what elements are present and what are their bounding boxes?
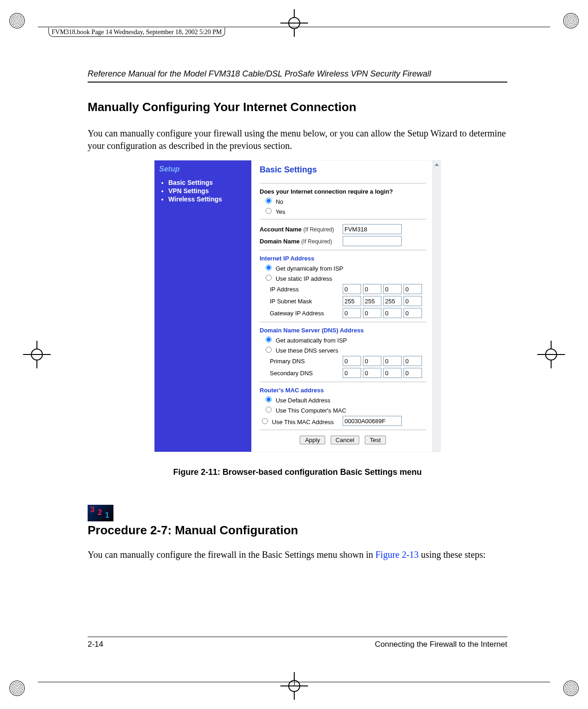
- scroll-up-icon: [434, 163, 439, 166]
- gateway-ip-label: Gateway IP Address: [260, 310, 343, 317]
- ip-static-option[interactable]: Use static IP address: [263, 273, 426, 282]
- setup-sidebar: Setup Basic Settings VPN Settings Wirele…: [154, 160, 251, 452]
- crop-mark: [280, 672, 308, 700]
- mac-default-radio[interactable]: [266, 396, 272, 402]
- secondary-dns-octet-4[interactable]: [404, 368, 422, 378]
- gateway-ip-octet-1[interactable]: [343, 308, 361, 318]
- ip-dynamic-label: Get dynamically from ISP: [276, 265, 344, 272]
- sidebar-item-wireless-settings[interactable]: Wireless Settings: [168, 195, 248, 203]
- mac-section-title: Router's MAC address: [260, 387, 426, 394]
- login-no-radio[interactable]: [266, 198, 272, 204]
- primary-dns-octet-1[interactable]: [343, 356, 361, 366]
- mac-default-label: Use Default Address: [276, 397, 331, 404]
- ip-subnet-label: IP Subnet Mask: [260, 298, 343, 305]
- footer-page-number: 2-14: [88, 640, 103, 649]
- procedure-title: Procedure 2-7: Manual Configuration: [88, 523, 507, 538]
- mac-this-pc-option[interactable]: Use This Computer's MAC: [263, 405, 426, 414]
- print-meta: FVM318.book Page 14 Wednesday, September…: [48, 28, 225, 37]
- primary-dns-octet-3[interactable]: [383, 356, 402, 366]
- crop-mark: [537, 341, 565, 368]
- registration-mark: [563, 680, 579, 696]
- registration-mark: [563, 13, 579, 29]
- domain-name-note: (If Required): [301, 238, 332, 245]
- procedure-icon: 321: [88, 505, 113, 521]
- dns-auto-label: Get automatically from ISP: [276, 337, 347, 344]
- mac-this-pc-label: Use This Computer's MAC: [276, 407, 346, 414]
- intro-paragraph: You can manually configure your firewall…: [88, 127, 507, 152]
- secondary-dns-octet-3[interactable]: [383, 368, 402, 378]
- settings-main: Basic Settings Does your Internet connec…: [251, 160, 433, 452]
- domain-name-label: Domain Name: [260, 238, 300, 245]
- account-name-input[interactable]: [343, 224, 402, 234]
- ip-address-octet-2[interactable]: [363, 284, 381, 294]
- login-yes-radio[interactable]: [266, 208, 272, 214]
- basic-settings-screenshot: Setup Basic Settings VPN Settings Wirele…: [154, 160, 440, 452]
- crop-mark: [280, 9, 308, 37]
- account-name-note: (If Required): [303, 226, 334, 233]
- procedure-intro-b: using these steps:: [421, 549, 486, 560]
- ip-static-label: Use static IP address: [276, 275, 333, 282]
- login-no-label: No: [276, 198, 284, 205]
- ip-subnet-octet-3[interactable]: [383, 296, 402, 306]
- procedure-intro-a: You can manually configure the firewall …: [88, 549, 375, 560]
- dns-auto-option[interactable]: Get automatically from ISP: [263, 335, 426, 344]
- login-question: Does your Internet connection require a …: [260, 188, 426, 195]
- procedure-intro: You can manually configure the firewall …: [88, 549, 507, 561]
- cancel-button[interactable]: Cancel: [331, 436, 359, 444]
- login-no-option[interactable]: No: [263, 196, 426, 205]
- ip-subnet-octet-4[interactable]: [404, 296, 422, 306]
- primary-dns-label: Primary DNS: [260, 358, 343, 365]
- mac-this-pc-radio[interactable]: [266, 407, 272, 413]
- gateway-ip-octet-4[interactable]: [404, 308, 422, 318]
- login-yes-option[interactable]: Yes: [263, 207, 426, 215]
- figure-xref-link[interactable]: Figure 2-13: [375, 549, 419, 560]
- ip-dynamic-option[interactable]: Get dynamically from ISP: [263, 263, 426, 272]
- mac-custom-label: Use This MAC Address: [272, 419, 334, 425]
- dns-auto-radio[interactable]: [266, 337, 272, 343]
- mac-default-option[interactable]: Use Default Address: [263, 395, 426, 404]
- mac-custom-radio[interactable]: [262, 418, 268, 424]
- sidebar-item-vpn-settings[interactable]: VPN Settings: [168, 187, 248, 195]
- secondary-dns-label: Secondary DNS: [260, 370, 343, 377]
- sidebar-item-basic-settings[interactable]: Basic Settings: [168, 179, 248, 186]
- ip-address-octet-4[interactable]: [404, 284, 422, 294]
- dns-section-title: Domain Name Server (DNS) Address: [260, 327, 426, 334]
- gateway-ip-octet-2[interactable]: [363, 308, 381, 318]
- sidebar-heading: Setup: [159, 165, 248, 173]
- ip-address-octet-1[interactable]: [343, 284, 361, 294]
- ip-section-title: Internet IP Address: [260, 255, 426, 262]
- ip-subnet-octet-1[interactable]: [343, 296, 361, 306]
- scrollbar-stub: [433, 160, 440, 452]
- ip-address-octet-3[interactable]: [383, 284, 402, 294]
- primary-dns-octet-2[interactable]: [363, 356, 381, 366]
- domain-name-input[interactable]: [343, 236, 402, 246]
- secondary-dns-octet-1[interactable]: [343, 368, 361, 378]
- dns-manual-option[interactable]: Use these DNS servers: [263, 345, 426, 354]
- ip-dynamic-radio[interactable]: [266, 265, 272, 271]
- footer-chapter-title: Connecting the Firewall to the Internet: [375, 640, 507, 649]
- page-title: Basic Settings: [260, 165, 426, 175]
- ip-subnet-octet-2[interactable]: [363, 296, 381, 306]
- dns-manual-label: Use these DNS servers: [276, 347, 339, 354]
- ip-address-label: IP Address: [260, 286, 343, 293]
- apply-button[interactable]: Apply: [300, 436, 325, 444]
- test-button[interactable]: Test: [365, 436, 386, 444]
- dns-manual-radio[interactable]: [266, 347, 272, 353]
- account-name-label: Account Name: [260, 226, 302, 233]
- running-head: Reference Manual for the Model FVM318 Ca…: [88, 69, 507, 83]
- figure-caption: Figure 2-11: Browser-based configuration…: [88, 467, 507, 477]
- primary-dns-octet-4[interactable]: [404, 356, 422, 366]
- section-title: Manually Configuring Your Internet Conne…: [88, 100, 507, 114]
- page-footer: 2-14 Connecting the Firewall to the Inte…: [88, 637, 507, 649]
- registration-mark: [9, 680, 25, 696]
- secondary-dns-octet-2[interactable]: [363, 368, 381, 378]
- registration-mark: [9, 13, 25, 29]
- crop-mark: [23, 341, 51, 368]
- ip-static-radio[interactable]: [266, 275, 272, 281]
- gateway-ip-octet-3[interactable]: [383, 308, 402, 318]
- mac-custom-input[interactable]: [343, 416, 402, 426]
- mac-custom-option[interactable]: Use This MAC Address: [260, 417, 343, 425]
- login-yes-label: Yes: [275, 208, 285, 215]
